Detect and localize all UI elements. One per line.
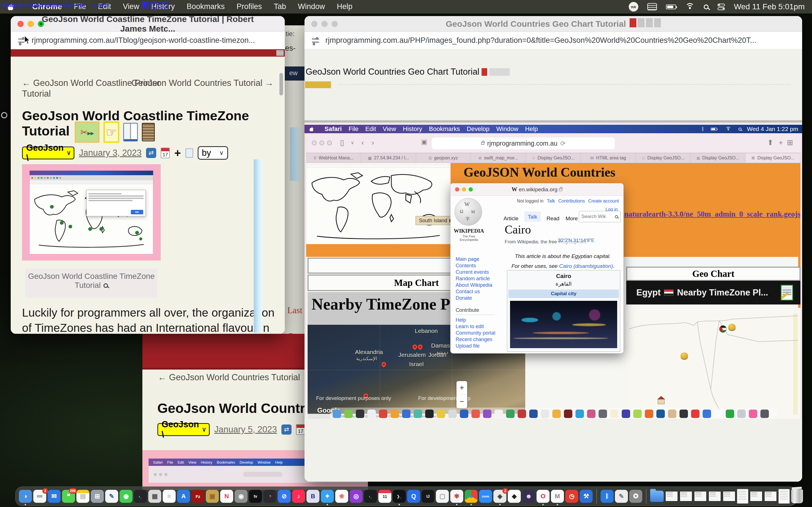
- dock-icon-chrome[interactable]: ●: [465, 490, 477, 503]
- wiki-sidebar-link[interactable]: Donate: [456, 295, 492, 301]
- wifi-icon[interactable]: [685, 3, 695, 10]
- calendar-icon[interactable]: 17: [161, 148, 170, 158]
- menubar-app-icon[interactable]: mk: [629, 2, 638, 11]
- map-pin-icon[interactable]: [411, 343, 418, 350]
- wiki-coordinates-link[interactable]: 30°2′N 31°14′9″E: [558, 238, 594, 243]
- zoom-in-button[interactable]: +: [456, 381, 467, 395]
- scrollbar-thumb[interactable]: [280, 73, 283, 96]
- spotlight-icon[interactable]: [704, 4, 709, 9]
- minimized-window[interactable]: [750, 491, 763, 502]
- flag-marker-icon[interactable]: [719, 325, 726, 333]
- safari-tab[interactable]: ▦27.54.94.234 / l...: [361, 153, 416, 163]
- dock-icon-calendar[interactable]: 11: [378, 490, 391, 503]
- tab-article[interactable]: Article: [504, 216, 518, 222]
- safari-tab[interactable]: Ggeojson.xyz: [416, 153, 471, 163]
- dock-icon-virtualbox[interactable]: ◈2: [493, 490, 506, 503]
- shuffle-icon[interactable]: ⇄: [282, 425, 292, 435]
- safari-tab[interactable]: ◍Display GeoJSO...: [691, 153, 746, 163]
- dock-icon-build-tool[interactable]: ⚒: [580, 490, 593, 503]
- window-titlebar[interactable]: GeoJson World Coastline TimeZone Tutoria…: [11, 16, 285, 32]
- dock-icon-finder[interactable]: ◑: [19, 490, 32, 503]
- dock-icon-iterm[interactable]: ❯_: [393, 490, 406, 503]
- control-center-icon[interactable]: [718, 4, 725, 10]
- document-icon[interactable]: [186, 149, 193, 158]
- dock-icon-textedit[interactable]: ≡: [163, 490, 175, 503]
- chrome-window-geo-chart[interactable]: GeoJson World Countries Geo Chart Tutori…: [305, 16, 802, 482]
- minimized-window[interactable]: [708, 491, 721, 502]
- wiki-sidebar-link[interactable]: Contents: [456, 263, 492, 269]
- safari-tab[interactable]: ⚲WebHost Mana...: [306, 153, 361, 163]
- dock-icon-facetime[interactable]: ◉: [119, 490, 133, 503]
- dock-icon-paintbrush[interactable]: ✾: [450, 490, 463, 503]
- search-icon[interactable]: [615, 215, 618, 218]
- dock-icon-mail[interactable]: ✉: [48, 490, 61, 503]
- next-post-link[interactable]: GeoJson World Countries Tutorial →: [132, 78, 273, 88]
- wiki-sidebar-link[interactable]: Contact us: [456, 288, 492, 295]
- dock-icon-annotate[interactable]: ✎: [615, 490, 628, 503]
- dock-icon-notes[interactable]: ▤: [77, 490, 89, 503]
- minimized-window[interactable]: [723, 491, 735, 502]
- wiki-contribute-link[interactable]: Learn to edit: [456, 323, 495, 330]
- wiki-contribute-link[interactable]: Community portal: [456, 330, 495, 336]
- wiki-search-input[interactable]: Search Wik: [579, 211, 620, 222]
- menu-clock[interactable]: Wed 11 Feb 5:01pm: [734, 2, 805, 11]
- tab-talk[interactable]: Talk: [525, 212, 541, 222]
- minimized-document[interactable]: [778, 489, 790, 504]
- dock-icon-podcasts[interactable]: ◎: [350, 490, 363, 503]
- dock-icon-photos[interactable]: ❀: [335, 490, 348, 503]
- wikipedia-globe-logo[interactable]: W Ω M 字: [455, 198, 482, 226]
- dock-icon-screen-time[interactable]: ⊘: [278, 490, 291, 503]
- notepad-pencil-icon[interactable]: [781, 285, 793, 300]
- address-bar[interactable]: rjmprogramming.com.au/ITblog/geojson-wor…: [11, 32, 285, 49]
- map-pin-icon[interactable]: [417, 343, 423, 350]
- wiki-top-link[interactable]: Talk: [547, 199, 555, 204]
- dock-icon-apple-tv[interactable]: tv: [249, 490, 262, 503]
- calendar-icon[interactable]: 17: [296, 424, 305, 435]
- minimized-window[interactable]: [764, 491, 777, 502]
- dock-icon-news[interactable]: N: [220, 490, 233, 503]
- map-zoom-control[interactable]: + −: [456, 381, 467, 408]
- wiki-sidebar-link[interactable]: Random article: [456, 276, 492, 282]
- film-reel-icon[interactable]: [142, 123, 155, 142]
- safari-tab[interactable]: WHTML area tag: [581, 153, 636, 163]
- wiki-top-link[interactable]: Create account: [588, 199, 619, 204]
- dock-icon-inkscape[interactable]: ◆: [508, 490, 521, 503]
- wiki-sidebar-link[interactable]: About Wikipedia: [456, 282, 492, 288]
- url-text[interactable]: rjmprogramming.com.au/ITblog/geojson-wor…: [32, 36, 255, 45]
- menu-item-bookmarks[interactable]: Bookmarks: [187, 2, 225, 11]
- wikipedia-window[interactable]: W en.wikipedia.org Not logged inTalkCont…: [450, 183, 624, 353]
- post-figure-thumbnail[interactable]: OK: [22, 164, 161, 261]
- dock-icon-safari[interactable]: ✦: [321, 490, 334, 503]
- post-date-link[interactable]: January 5, 2023: [214, 425, 277, 435]
- dock-icon-terminal-2[interactable]: ›_: [364, 490, 377, 503]
- wiki-contribute-link[interactable]: Recent changes: [456, 336, 495, 343]
- scissors-runners-icon[interactable]: ✂▸▸: [75, 121, 100, 143]
- address-bar[interactable]: rjmprogramming.com.au/PHP/images_found.p…: [305, 32, 802, 49]
- wiki-sidebar-link[interactable]: Current events: [456, 269, 492, 276]
- safari-tab[interactable]: ☆Display GeoJSO...: [636, 153, 691, 163]
- dock-icon-bluetooth[interactable]: ᛒ: [601, 490, 613, 503]
- dock-icon-preview[interactable]: ▢: [436, 490, 449, 503]
- post-date-link[interactable]: January 3, 2023: [79, 148, 142, 158]
- wiki-contribute-link[interactable]: Upload file: [456, 343, 495, 349]
- minimized-document[interactable]: [737, 489, 748, 504]
- dock-icon-bbedit[interactable]: B: [306, 490, 319, 503]
- wiki-top-link[interactable]: Contributions: [558, 199, 585, 204]
- dock-icon-bear[interactable]: ☻: [522, 490, 535, 503]
- menu-item-help[interactable]: Help: [337, 2, 353, 11]
- safari-tab[interactable]: ⊘swift_map_mor...: [471, 153, 526, 163]
- window-titlebar[interactable]: GeoJson World Countries Geo Chart Tutori…: [305, 16, 802, 32]
- tab-read[interactable]: Read: [547, 216, 559, 222]
- minimized-window[interactable]: [694, 491, 707, 502]
- dock-icon-opera[interactable]: O: [537, 490, 550, 503]
- pointing-finger-icon[interactable]: ☞: [103, 121, 119, 143]
- wiki-contribute-link[interactable]: Help: [456, 317, 495, 323]
- dock-icon-app-store[interactable]: A: [177, 490, 190, 503]
- map-pin-icon[interactable]: [380, 361, 387, 368]
- safari-tab[interactable]: ⌘Display GeoJSO...: [746, 153, 801, 163]
- battery-icon[interactable]: [666, 4, 676, 9]
- geo-chart-map[interactable]: [626, 308, 801, 419]
- wikipedia-titlebar[interactable]: W en.wikipedia.org: [451, 183, 623, 196]
- open-book-icon[interactable]: [123, 123, 138, 142]
- zoom-out-button[interactable]: −: [456, 395, 467, 408]
